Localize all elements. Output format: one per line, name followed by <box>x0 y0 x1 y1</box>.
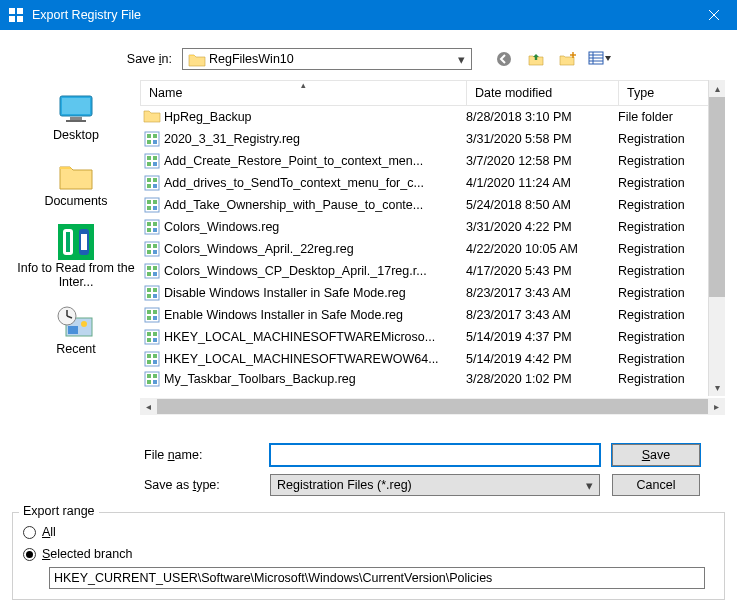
file-row[interactable]: My_Taskbar_Toolbars_Backup.reg3/28/2020 … <box>140 370 725 388</box>
file-date: 3/28/2020 1:02 PM <box>466 372 618 386</box>
column-header-type[interactable]: Type <box>619 81 703 105</box>
chevron-down-icon: ▾ <box>453 52 469 67</box>
cancel-button[interactable]: Cancel <box>612 474 700 496</box>
file-row[interactable]: HKEY_LOCAL_MACHINESOFTWAREWOW64...5/14/2… <box>140 348 725 370</box>
scroll-right-icon[interactable]: ▸ <box>708 401 725 412</box>
svg-rect-83 <box>147 380 151 384</box>
regfile-icon <box>144 175 160 191</box>
file-row[interactable]: Colors_Windows_CP_Desktop_April._17reg.r… <box>140 260 725 282</box>
svg-rect-44 <box>153 206 157 210</box>
svg-rect-73 <box>147 338 151 342</box>
file-row[interactable]: Enable Windows Installer in Safe Mode.re… <box>140 304 725 326</box>
svg-rect-37 <box>153 178 157 182</box>
svg-rect-47 <box>153 222 157 226</box>
svg-rect-67 <box>153 310 157 314</box>
svg-point-21 <box>81 321 87 327</box>
svg-rect-63 <box>147 294 151 298</box>
svg-rect-64 <box>153 294 157 298</box>
desktop-icon <box>14 90 138 128</box>
vertical-scrollbar[interactable]: ▴ ▾ <box>708 80 725 396</box>
new-folder-button[interactable] <box>558 49 578 69</box>
column-header-date[interactable]: Date modified <box>467 81 619 105</box>
regfile-icon <box>144 285 160 301</box>
file-row[interactable]: Colors_Windows.reg3/31/2020 4:22 PMRegis… <box>140 216 725 238</box>
svg-rect-78 <box>147 360 151 364</box>
file-type: Registration <box>618 220 712 234</box>
svg-rect-20 <box>68 326 78 334</box>
close-button[interactable] <box>691 0 737 30</box>
places-bar: Desktop Documents Info to Read from the … <box>12 80 140 430</box>
info-icon <box>14 223 138 261</box>
svg-rect-72 <box>153 332 157 336</box>
scroll-left-icon[interactable]: ◂ <box>140 401 157 412</box>
savein-value: RegFilesWin10 <box>209 52 453 66</box>
file-row[interactable]: Colors_Windows_April._22reg.reg4/22/2020… <box>140 238 725 260</box>
regfile-icon <box>144 153 160 169</box>
svg-rect-74 <box>153 338 157 342</box>
svg-rect-39 <box>153 184 157 188</box>
file-date: 3/7/2020 12:58 PM <box>466 154 618 168</box>
svg-rect-51 <box>147 244 151 248</box>
svg-rect-56 <box>147 266 151 270</box>
view-menu-button[interactable] <box>590 49 610 69</box>
file-row[interactable]: Add_Take_Ownership_with_Pause_to_conte..… <box>140 194 725 216</box>
scroll-down-icon[interactable]: ▾ <box>709 379 725 396</box>
place-desktop[interactable]: Desktop <box>12 86 140 146</box>
window-title: Export Registry File <box>32 8 691 22</box>
radio-selected-branch[interactable]: Selected branch <box>23 543 714 565</box>
filename-input[interactable] <box>270 444 600 466</box>
file-type: Registration <box>618 372 712 386</box>
file-name: Enable Windows Installer in Safe Mode.re… <box>164 308 403 322</box>
back-button[interactable] <box>494 49 514 69</box>
file-date: 8/28/2018 3:10 PM <box>466 110 618 124</box>
regfile-icon <box>144 263 160 279</box>
up-one-level-button[interactable] <box>526 49 546 69</box>
file-type: Registration <box>618 242 712 256</box>
file-name: 2020_3_31_Registry.reg <box>164 132 300 146</box>
file-date: 4/17/2020 5:43 PM <box>466 264 618 278</box>
file-type: Registration <box>618 352 712 366</box>
svg-rect-12 <box>70 117 82 120</box>
savein-combobox[interactable]: RegFilesWin10 ▾ <box>182 48 472 70</box>
file-date: 5/24/2018 8:50 AM <box>466 198 618 212</box>
branch-path-input[interactable] <box>49 567 705 589</box>
regedit-icon <box>8 7 24 23</box>
file-name: Colors_Windows_CP_Desktop_April._17reg.r… <box>164 264 427 278</box>
file-row[interactable]: HKEY_LOCAL_MACHINESOFTWAREMicroso...5/14… <box>140 326 725 348</box>
save-button[interactable]: Save <box>612 444 700 466</box>
svg-rect-13 <box>66 120 86 122</box>
place-documents[interactable]: Documents <box>12 152 140 212</box>
svg-rect-77 <box>153 354 157 358</box>
regfile-icon <box>144 197 160 213</box>
radio-all[interactable]: All <box>23 521 714 543</box>
scroll-thumb[interactable] <box>709 97 725 297</box>
regfile-icon <box>144 219 160 235</box>
file-row[interactable]: Disable Windows Installer in Safe Mode.r… <box>140 282 725 304</box>
svg-rect-48 <box>147 228 151 232</box>
place-info-to-read[interactable]: Info to Read from the Inter... <box>12 219 140 294</box>
file-row[interactable]: 2020_3_31_Registry.reg3/31/2020 5:58 PMR… <box>140 128 725 150</box>
file-row[interactable]: Add_drives_to_SendTo_context_menu_for_c.… <box>140 172 725 194</box>
export-range-group: Export range All Selected branch <box>12 512 725 600</box>
recent-icon <box>14 304 138 342</box>
svg-rect-84 <box>153 380 157 384</box>
svg-rect-57 <box>153 266 157 270</box>
svg-rect-69 <box>153 316 157 320</box>
svg-rect-68 <box>147 316 151 320</box>
place-recent[interactable]: Recent <box>12 300 140 360</box>
svg-rect-34 <box>153 162 157 166</box>
radio-icon <box>23 548 36 561</box>
savetype-combobox[interactable]: Registration Files (*.reg) ▾ <box>270 474 600 496</box>
scroll-up-icon[interactable]: ▴ <box>709 80 725 97</box>
file-name: HpReg_Backup <box>164 110 252 124</box>
file-date: 4/22/2020 10:05 AM <box>466 242 618 256</box>
file-row[interactable]: Add_Create_Restore_Point_to_context_men.… <box>140 150 725 172</box>
file-name: My_Taskbar_Toolbars_Backup.reg <box>164 372 356 386</box>
file-row[interactable]: HpReg_Backup8/28/2018 3:10 PMFile folder <box>140 106 725 128</box>
horizontal-scrollbar[interactable]: ◂ ▸ <box>140 398 725 415</box>
column-header-name[interactable]: ▴ Name <box>141 81 467 105</box>
svg-rect-58 <box>147 272 151 276</box>
scroll-thumb[interactable] <box>157 399 708 414</box>
file-type: File folder <box>618 110 712 124</box>
folder-icon <box>189 53 205 66</box>
